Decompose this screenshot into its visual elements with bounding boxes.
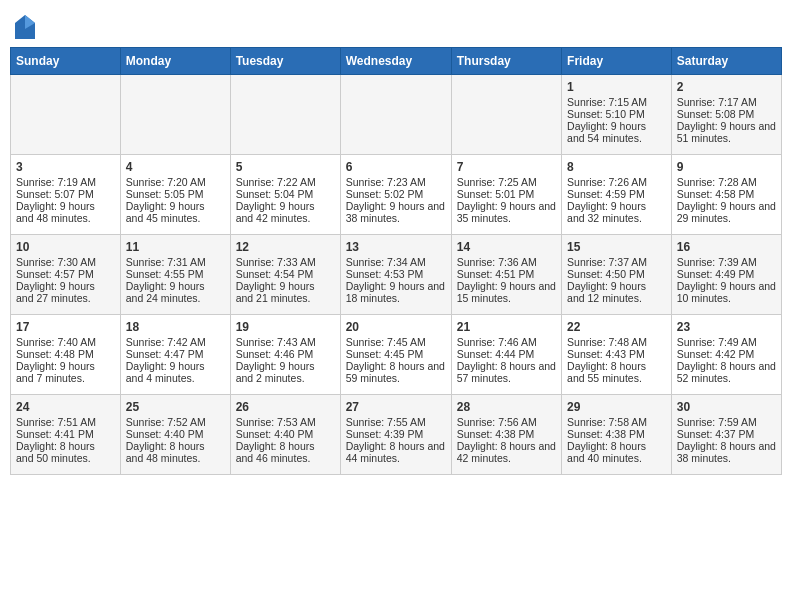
day-info: Daylight: 8 hours and 57 minutes.	[457, 360, 556, 384]
day-info: Sunrise: 7:45 AM	[346, 336, 446, 348]
day-info: Sunset: 5:10 PM	[567, 108, 666, 120]
day-info: Daylight: 9 hours and 15 minutes.	[457, 280, 556, 304]
day-info: Sunrise: 7:49 AM	[677, 336, 776, 348]
day-info: Sunrise: 7:52 AM	[126, 416, 225, 428]
calendar-cell: 28Sunrise: 7:56 AMSunset: 4:38 PMDayligh…	[451, 395, 561, 475]
calendar-cell: 3Sunrise: 7:19 AMSunset: 5:07 PMDaylight…	[11, 155, 121, 235]
day-number: 30	[677, 400, 776, 414]
calendar-cell	[340, 75, 451, 155]
weekday-header-sunday: Sunday	[11, 48, 121, 75]
day-number: 2	[677, 80, 776, 94]
day-info: Sunrise: 7:15 AM	[567, 96, 666, 108]
calendar-cell: 23Sunrise: 7:49 AMSunset: 4:42 PMDayligh…	[671, 315, 781, 395]
day-info: Sunrise: 7:36 AM	[457, 256, 556, 268]
calendar-cell: 10Sunrise: 7:30 AMSunset: 4:57 PMDayligh…	[11, 235, 121, 315]
day-info: Sunset: 4:57 PM	[16, 268, 115, 280]
day-info: Sunrise: 7:30 AM	[16, 256, 115, 268]
day-info: Sunset: 4:46 PM	[236, 348, 335, 360]
weekday-header-monday: Monday	[120, 48, 230, 75]
day-info: Daylight: 9 hours and 21 minutes.	[236, 280, 335, 304]
day-info: Sunrise: 7:39 AM	[677, 256, 776, 268]
calendar-table: SundayMondayTuesdayWednesdayThursdayFrid…	[10, 47, 782, 475]
calendar-cell: 29Sunrise: 7:58 AMSunset: 4:38 PMDayligh…	[562, 395, 672, 475]
day-info: Daylight: 9 hours and 32 minutes.	[567, 200, 666, 224]
day-number: 27	[346, 400, 446, 414]
day-info: Sunrise: 7:22 AM	[236, 176, 335, 188]
logo-icon	[15, 15, 35, 39]
day-info: Sunrise: 7:34 AM	[346, 256, 446, 268]
day-info: Daylight: 8 hours and 46 minutes.	[236, 440, 335, 464]
day-info: Sunrise: 7:37 AM	[567, 256, 666, 268]
day-info: Sunrise: 7:58 AM	[567, 416, 666, 428]
day-info: Daylight: 9 hours and 29 minutes.	[677, 200, 776, 224]
day-number: 18	[126, 320, 225, 334]
calendar-cell: 16Sunrise: 7:39 AMSunset: 4:49 PMDayligh…	[671, 235, 781, 315]
day-number: 28	[457, 400, 556, 414]
day-info: Sunset: 4:51 PM	[457, 268, 556, 280]
day-number: 26	[236, 400, 335, 414]
day-info: Daylight: 9 hours and 45 minutes.	[126, 200, 225, 224]
calendar-cell	[11, 75, 121, 155]
calendar-cell: 19Sunrise: 7:43 AMSunset: 4:46 PMDayligh…	[230, 315, 340, 395]
day-info: Sunrise: 7:43 AM	[236, 336, 335, 348]
weekday-header-friday: Friday	[562, 48, 672, 75]
day-number: 10	[16, 240, 115, 254]
day-number: 6	[346, 160, 446, 174]
day-info: Sunset: 4:49 PM	[677, 268, 776, 280]
day-info: Sunrise: 7:59 AM	[677, 416, 776, 428]
day-info: Daylight: 9 hours and 54 minutes.	[567, 120, 666, 144]
day-number: 19	[236, 320, 335, 334]
day-info: Daylight: 9 hours and 24 minutes.	[126, 280, 225, 304]
calendar-week-row: 17Sunrise: 7:40 AMSunset: 4:48 PMDayligh…	[11, 315, 782, 395]
calendar-week-row: 1Sunrise: 7:15 AMSunset: 5:10 PMDaylight…	[11, 75, 782, 155]
day-info: Daylight: 8 hours and 59 minutes.	[346, 360, 446, 384]
day-info: Sunset: 4:54 PM	[236, 268, 335, 280]
day-info: Sunrise: 7:42 AM	[126, 336, 225, 348]
calendar-cell: 18Sunrise: 7:42 AMSunset: 4:47 PMDayligh…	[120, 315, 230, 395]
weekday-header-thursday: Thursday	[451, 48, 561, 75]
day-info: Daylight: 8 hours and 38 minutes.	[677, 440, 776, 464]
day-number: 29	[567, 400, 666, 414]
calendar-cell: 27Sunrise: 7:55 AMSunset: 4:39 PMDayligh…	[340, 395, 451, 475]
calendar-cell: 4Sunrise: 7:20 AMSunset: 5:05 PMDaylight…	[120, 155, 230, 235]
day-info: Sunset: 5:04 PM	[236, 188, 335, 200]
day-info: Sunset: 4:45 PM	[346, 348, 446, 360]
day-info: Daylight: 9 hours and 18 minutes.	[346, 280, 446, 304]
day-info: Sunrise: 7:51 AM	[16, 416, 115, 428]
day-number: 23	[677, 320, 776, 334]
day-number: 25	[126, 400, 225, 414]
day-number: 16	[677, 240, 776, 254]
day-info: Daylight: 9 hours and 51 minutes.	[677, 120, 776, 144]
calendar-cell: 25Sunrise: 7:52 AMSunset: 4:40 PMDayligh…	[120, 395, 230, 475]
day-info: Sunrise: 7:28 AM	[677, 176, 776, 188]
day-info: Daylight: 8 hours and 50 minutes.	[16, 440, 115, 464]
day-info: Sunrise: 7:56 AM	[457, 416, 556, 428]
calendar-cell: 22Sunrise: 7:48 AMSunset: 4:43 PMDayligh…	[562, 315, 672, 395]
day-info: Daylight: 8 hours and 52 minutes.	[677, 360, 776, 384]
day-info: Sunset: 4:41 PM	[16, 428, 115, 440]
day-number: 7	[457, 160, 556, 174]
day-number: 9	[677, 160, 776, 174]
day-info: Daylight: 9 hours and 35 minutes.	[457, 200, 556, 224]
day-info: Sunrise: 7:25 AM	[457, 176, 556, 188]
calendar-cell: 11Sunrise: 7:31 AMSunset: 4:55 PMDayligh…	[120, 235, 230, 315]
day-info: Sunrise: 7:20 AM	[126, 176, 225, 188]
day-info: Sunset: 4:44 PM	[457, 348, 556, 360]
day-info: Daylight: 9 hours and 7 minutes.	[16, 360, 115, 384]
day-info: Sunset: 4:58 PM	[677, 188, 776, 200]
day-info: Sunrise: 7:23 AM	[346, 176, 446, 188]
day-number: 4	[126, 160, 225, 174]
weekday-header-tuesday: Tuesday	[230, 48, 340, 75]
day-info: Sunset: 5:07 PM	[16, 188, 115, 200]
day-info: Sunset: 4:39 PM	[346, 428, 446, 440]
day-number: 8	[567, 160, 666, 174]
day-info: Sunset: 4:40 PM	[126, 428, 225, 440]
calendar-cell: 15Sunrise: 7:37 AMSunset: 4:50 PMDayligh…	[562, 235, 672, 315]
day-info: Sunrise: 7:26 AM	[567, 176, 666, 188]
day-info: Sunset: 4:55 PM	[126, 268, 225, 280]
day-number: 15	[567, 240, 666, 254]
day-info: Sunset: 5:05 PM	[126, 188, 225, 200]
day-info: Sunset: 4:47 PM	[126, 348, 225, 360]
day-info: Sunset: 4:50 PM	[567, 268, 666, 280]
calendar-cell: 26Sunrise: 7:53 AMSunset: 4:40 PMDayligh…	[230, 395, 340, 475]
